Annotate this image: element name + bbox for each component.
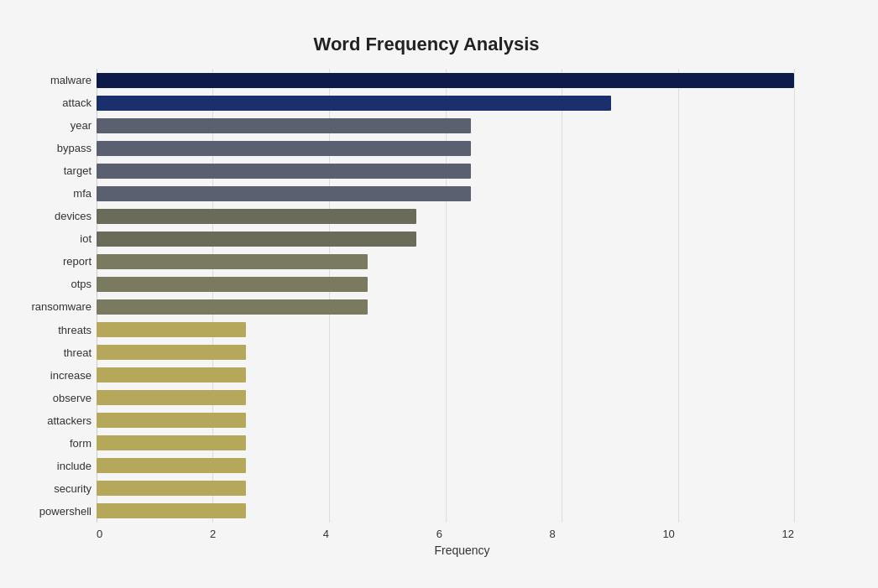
bar-row	[97, 275, 828, 294]
y-label: iot	[25, 233, 91, 244]
chart-container: Word Frequency Analysis malwareattackyea…	[17, 17, 861, 588]
y-label: powershell	[25, 506, 91, 517]
y-label: target	[25, 165, 91, 176]
bar-row	[97, 502, 828, 520]
x-axis: 024681012	[97, 528, 828, 540]
bars-wrapper	[97, 69, 828, 523]
bar-row	[97, 139, 828, 158]
bar-row	[97, 230, 828, 248]
x-tick: 10	[662, 528, 674, 540]
y-label: threats	[25, 325, 91, 336]
bar	[97, 277, 368, 292]
y-label: include	[25, 461, 91, 471]
bar	[97, 345, 246, 360]
y-label: malware	[25, 75, 91, 86]
bar	[97, 141, 471, 156]
y-label: attack	[25, 97, 91, 108]
y-label: report	[25, 256, 91, 267]
y-label: security	[25, 483, 91, 494]
x-tick: 0	[97, 528, 102, 540]
bar	[97, 503, 246, 518]
bar	[97, 118, 471, 133]
bar-row	[97, 434, 828, 452]
bar-row	[97, 366, 828, 384]
chart-area: malwareattackyearbypasstargetmfadevicesi…	[25, 69, 828, 523]
y-label: ransomware	[25, 301, 91, 312]
bar-row	[97, 479, 828, 497]
x-tick: 8	[550, 528, 556, 540]
bar	[97, 164, 471, 179]
y-label: form	[25, 438, 91, 449]
x-tick-container: 024681012	[97, 528, 828, 540]
bar	[97, 367, 246, 382]
y-label: observe	[25, 393, 91, 403]
bar	[97, 209, 416, 224]
bar-row	[97, 185, 828, 203]
bar	[97, 299, 368, 315]
bar-row	[97, 117, 828, 135]
bar	[97, 390, 246, 405]
y-label: increase	[25, 370, 91, 381]
y-label: threat	[25, 347, 91, 358]
bar	[97, 186, 471, 201]
bar-row	[97, 456, 828, 475]
bar-row	[97, 388, 828, 407]
y-label: attackers	[25, 415, 91, 426]
x-tick: 6	[436, 528, 442, 540]
x-tick: 2	[210, 528, 216, 540]
bar-row	[97, 298, 828, 316]
bar	[97, 73, 794, 88]
bar	[97, 435, 246, 450]
bar-row	[97, 71, 828, 90]
chart-title: Word Frequency Analysis	[25, 34, 828, 55]
bar-row	[97, 252, 828, 271]
bar	[97, 254, 368, 269]
bar	[97, 413, 246, 428]
bar-row	[97, 207, 828, 226]
y-label: mfa	[25, 188, 91, 199]
bar-row	[97, 162, 828, 180]
bar	[97, 322, 246, 337]
bar	[97, 96, 611, 111]
bar	[97, 232, 416, 247]
plot-area	[97, 69, 828, 523]
y-axis: malwareattackyearbypasstargetmfadevicesi…	[25, 69, 97, 523]
y-label: otps	[25, 278, 91, 289]
bar-row	[97, 320, 828, 339]
bar	[97, 458, 246, 473]
bar-row	[97, 94, 828, 112]
y-label: devices	[25, 211, 91, 221]
x-tick: 12	[781, 528, 793, 540]
y-label: bypass	[25, 143, 91, 154]
bar-row	[97, 343, 828, 362]
x-axis-label: Frequency	[97, 544, 828, 557]
bar	[97, 481, 246, 496]
bar-row	[97, 411, 828, 429]
x-tick: 4	[323, 528, 329, 540]
y-label: year	[25, 120, 91, 131]
